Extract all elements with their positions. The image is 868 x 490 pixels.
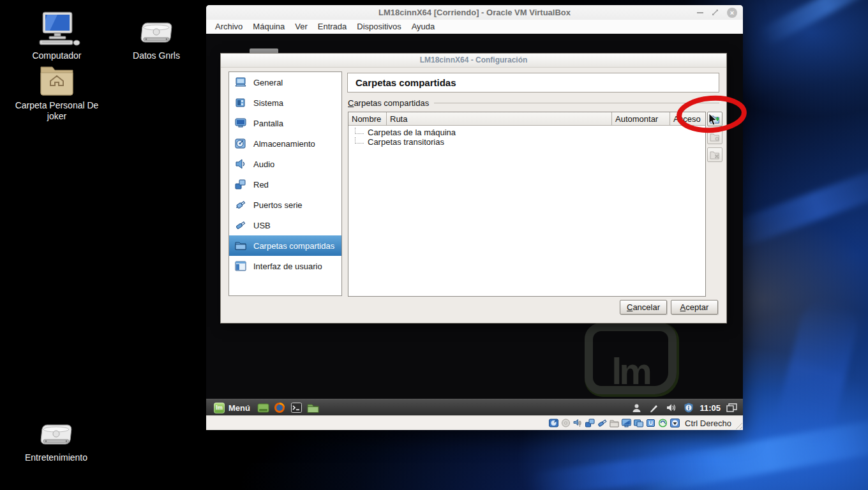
tree-branch-icon	[355, 137, 364, 144]
edit-shared-folder-button[interactable]	[707, 130, 722, 144]
menu-maquina[interactable]: Máquina	[248, 21, 290, 32]
shared-folders-table: Nombre Ruta Automontar Acceso Carpetas d…	[348, 112, 706, 297]
mouse-integration-icon[interactable]	[657, 419, 668, 428]
taskbar-clock[interactable]: 11:05	[700, 403, 721, 413]
desktop-icon-computador[interactable]: Computador	[11, 11, 102, 61]
virtualbox-window: LM18cinnX64 [Corriendo] - Oracle VM Virt…	[206, 5, 743, 430]
recording-icon[interactable]	[633, 419, 643, 428]
wallpaper-streak	[529, 449, 722, 490]
show-desktop-icon[interactable]	[257, 402, 269, 414]
dialog-titlebar[interactable]: LM18cinnX64 - Configuración	[221, 54, 726, 68]
resize-grip[interactable]	[734, 421, 742, 429]
hostkey-label: Ctrl Derecho	[685, 419, 731, 428]
settings-category-list: General Sistema Pantalla Almacenamiento	[228, 71, 342, 296]
cancel-button[interactable]: Cancelar	[620, 300, 667, 315]
sidebar-item-audio[interactable]: Audio	[229, 154, 341, 174]
mint-menu-button[interactable]: lm Menú	[211, 402, 253, 414]
sidebar-item-interfaz-de-usuario[interactable]: Interfaz de usuario	[229, 256, 341, 276]
sidebar-item-sistema[interactable]: Sistema	[229, 93, 341, 113]
user-interface-icon	[234, 260, 247, 272]
network-icon	[234, 179, 247, 190]
sidebar-item-label: Puertos serie	[253, 200, 303, 210]
sidebar-item-label: Audio	[253, 160, 274, 169]
optical-disc-icon[interactable]	[560, 419, 571, 428]
page-title: Carpetas compartidas	[355, 77, 456, 88]
tree-row-carpetas-transitorias[interactable]: Carpetas transitorias	[348, 137, 705, 147]
mint-menu-label: Menú	[228, 403, 250, 413]
accept-button[interactable]: Aceptar	[671, 300, 718, 315]
terminal-icon[interactable]	[290, 402, 303, 414]
add-shared-folder-button[interactable]	[707, 112, 722, 126]
desktop-icon-carpeta-personal[interactable]: Carpeta Personal De joker	[9, 61, 105, 122]
harddisk-icon	[38, 421, 74, 450]
sidebar-item-label: Sistema	[253, 98, 283, 108]
column-automontar: Automontar	[612, 112, 670, 126]
features-chip-icon[interactable]: U	[645, 419, 655, 428]
column-acceso: Acceso	[670, 112, 705, 126]
restore-icon[interactable]	[712, 7, 719, 19]
minimize-icon[interactable]	[697, 12, 703, 13]
sidebar-item-carpetas-compartidas[interactable]: Carpetas compartidas	[229, 235, 341, 256]
pane-header: Carpetas compartidas	[347, 73, 719, 93]
remove-shared-folder-button[interactable]	[707, 147, 722, 162]
audio-icon[interactable]	[572, 419, 583, 428]
sidebar-item-label: Pantalla	[253, 119, 283, 128]
menu-entrada[interactable]: Entrada	[313, 21, 352, 32]
file-manager-icon[interactable]	[307, 402, 319, 414]
menu-ver[interactable]: Ver	[290, 21, 313, 32]
tree-row-carpetas-maquina[interactable]: Carpetas de la máquina	[348, 128, 705, 137]
window-statusbar: U Ctrl Derecho	[206, 415, 743, 430]
mint-watermark-text: lm	[611, 357, 650, 386]
group-label: Carpetas compartidas	[348, 98, 429, 108]
column-ruta: Ruta	[387, 112, 612, 126]
menu-ayuda[interactable]: Ayuda	[407, 21, 440, 32]
pen-icon[interactable]	[648, 402, 660, 414]
desktop-icon-entretenimiento[interactable]: Entretenimiento	[18, 421, 94, 463]
window-list-icon[interactable]	[726, 402, 738, 414]
desktop-icon-label: Entretenimiento	[25, 452, 87, 463]
wallpaper-streak	[722, 160, 868, 251]
wallpaper-streak	[772, 295, 863, 452]
harddisk-icon	[138, 19, 174, 48]
close-icon[interactable]: ×	[727, 8, 737, 18]
firefox-icon[interactable]	[274, 402, 286, 414]
sidebar-item-label: USB	[253, 221, 271, 230]
folder-tree: Carpetas de la máquina Carpetas transito…	[348, 126, 705, 147]
sidebar-item-red[interactable]: Red	[229, 174, 341, 195]
dialog-title: LM18cinnX64 - Configuración	[420, 56, 528, 64]
sidebar-item-pantalla[interactable]: Pantalla	[229, 113, 341, 133]
folder-action-buttons	[707, 112, 722, 162]
audio-icon	[234, 158, 247, 170]
volume-icon[interactable]	[665, 402, 677, 414]
dialog-actions: Cancelar Aceptar	[620, 300, 718, 315]
guest-taskbar: lm Menú	[206, 399, 743, 416]
vm-screen[interactable]: lm LM18cinnX64 - Configuración General S…	[206, 34, 743, 416]
network-icon[interactable]	[585, 419, 595, 428]
computer-icon	[32, 11, 82, 48]
sidebar-item-general[interactable]: General	[229, 72, 341, 93]
general-icon	[234, 77, 247, 88]
hostkey-state-icon[interactable]	[670, 419, 680, 428]
sidebar-item-usb[interactable]: USB	[229, 215, 341, 235]
shared-folders-icon	[234, 240, 247, 251]
taskbar-tray: 11:05	[631, 402, 738, 414]
desktop-icon-label: Carpeta Personal De joker	[9, 100, 105, 122]
desktop-icon-label: Datos Gnrls	[133, 50, 180, 61]
harddisk-icon[interactable]	[548, 419, 558, 428]
desktop-icon-label: Computador	[32, 50, 81, 61]
menu-dispositivos[interactable]: Dispositivos	[352, 21, 406, 32]
sidebar-item-puertos-serie[interactable]: Puertos serie	[229, 195, 341, 215]
update-manager-icon[interactable]	[682, 402, 694, 414]
window-titlebar[interactable]: LM18cinnX64 [Corriendo] - Oracle VM Virt…	[206, 5, 743, 20]
usb-icon[interactable]	[597, 419, 607, 428]
shared-folders-icon[interactable]	[609, 419, 619, 428]
menubar: Archivo Máquina Ver Entrada Dispositivos…	[206, 20, 743, 34]
sidebar-item-almacenamiento[interactable]: Almacenamiento	[229, 133, 341, 154]
user-icon[interactable]	[631, 402, 643, 414]
menu-archivo[interactable]: Archivo	[210, 21, 248, 32]
sidebar-item-label: Almacenamiento	[253, 139, 315, 149]
desktop-icon-datos-gnrls[interactable]: Datos Gnrls	[118, 19, 195, 61]
storage-icon	[234, 138, 247, 149]
display-icon[interactable]	[621, 419, 631, 428]
system-icon	[234, 97, 247, 108]
